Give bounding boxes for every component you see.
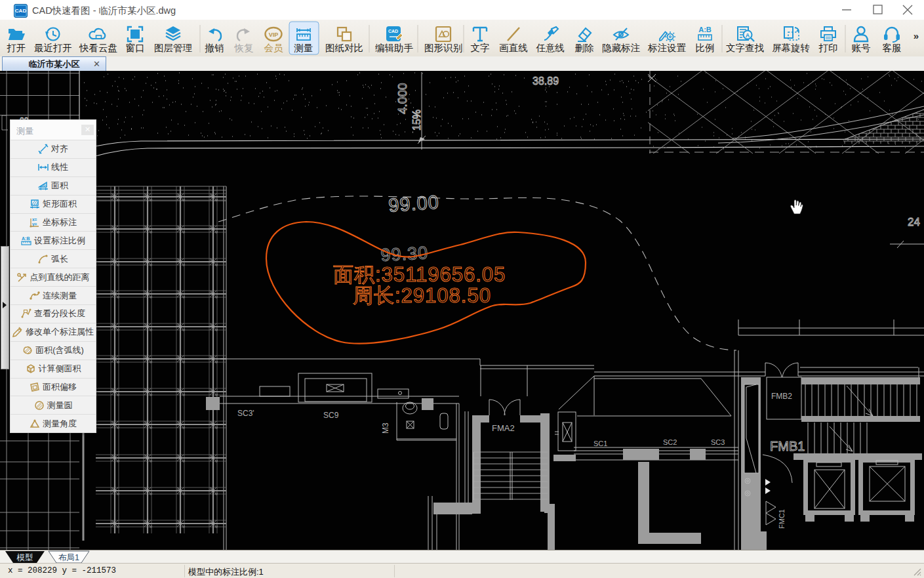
- svg-text:隐藏标注: 隐藏标注: [602, 43, 641, 53]
- svg-text:FMB2: FMB2: [771, 392, 792, 401]
- svg-text:删除: 删除: [575, 43, 595, 53]
- svg-text:恢复: 恢复: [234, 43, 254, 53]
- svg-text:任意线: 任意线: [536, 43, 565, 53]
- svg-text:比例: 比例: [696, 43, 715, 53]
- svg-text:图层管理: 图层管理: [154, 43, 192, 53]
- svg-text:面积:35119656.05: 面积:35119656.05: [333, 263, 506, 286]
- svg-text:测量: 测量: [294, 43, 313, 53]
- svg-text:文字查找: 文字查找: [726, 43, 765, 53]
- svg-text:A: A: [746, 32, 750, 39]
- svg-text:SC1: SC1: [593, 440, 607, 447]
- svg-text:屏幕旋转: 屏幕旋转: [772, 43, 810, 53]
- svg-text:CAD: CAD: [388, 29, 398, 33]
- svg-text:A:B: A:B: [22, 236, 30, 241]
- svg-text:SC3': SC3': [237, 409, 254, 418]
- svg-text:最近打开: 最近打开: [34, 43, 72, 53]
- svg-text:图纸对比: 图纸对比: [325, 43, 363, 53]
- svg-text:窗口: 窗口: [126, 43, 145, 53]
- svg-text:FMB1: FMB1: [770, 439, 805, 453]
- svg-text:客服: 客服: [883, 43, 902, 53]
- svg-text:标注设置: 标注设置: [647, 43, 687, 53]
- svg-text:模型: 模型: [16, 553, 33, 562]
- svg-text:15%: 15%: [411, 110, 422, 131]
- svg-text:编辑助手: 编辑助手: [375, 43, 414, 53]
- svg-text:会员: 会员: [264, 43, 284, 53]
- svg-text:周长:29108.50: 周长:29108.50: [353, 284, 491, 307]
- svg-text:24: 24: [908, 216, 920, 228]
- svg-text:SC9: SC9: [323, 411, 339, 420]
- svg-text:布局1: 布局1: [58, 553, 79, 562]
- svg-text:A:B: A:B: [698, 26, 712, 33]
- svg-text:账号: 账号: [852, 43, 871, 53]
- svg-text:打开: 打开: [7, 43, 26, 53]
- svg-text:文字: 文字: [471, 43, 490, 53]
- svg-text:FMC1: FMC1: [778, 509, 786, 529]
- svg-text:99.00: 99.00: [388, 192, 440, 216]
- svg-text:VIP: VIP: [269, 31, 279, 38]
- svg-text:打印: 打印: [818, 43, 838, 53]
- svg-text:4.000: 4.000: [395, 83, 409, 114]
- svg-text:画直线: 画直线: [499, 43, 528, 53]
- svg-text:38.89: 38.89: [532, 75, 559, 87]
- svg-text:图形识别: 图形识别: [424, 43, 462, 53]
- svg-text:»: »: [914, 30, 919, 41]
- svg-text:SC3: SC3: [711, 438, 725, 446]
- svg-text:M3: M3: [381, 423, 390, 434]
- svg-text:x=: x=: [32, 217, 37, 222]
- svg-text:99.30: 99.30: [380, 243, 429, 265]
- svg-text:SC2: SC2: [663, 438, 677, 446]
- svg-text:撤销: 撤销: [205, 43, 224, 53]
- svg-text:FMA2: FMA2: [492, 423, 515, 433]
- svg-text:快看云盘: 快看云盘: [79, 43, 117, 53]
